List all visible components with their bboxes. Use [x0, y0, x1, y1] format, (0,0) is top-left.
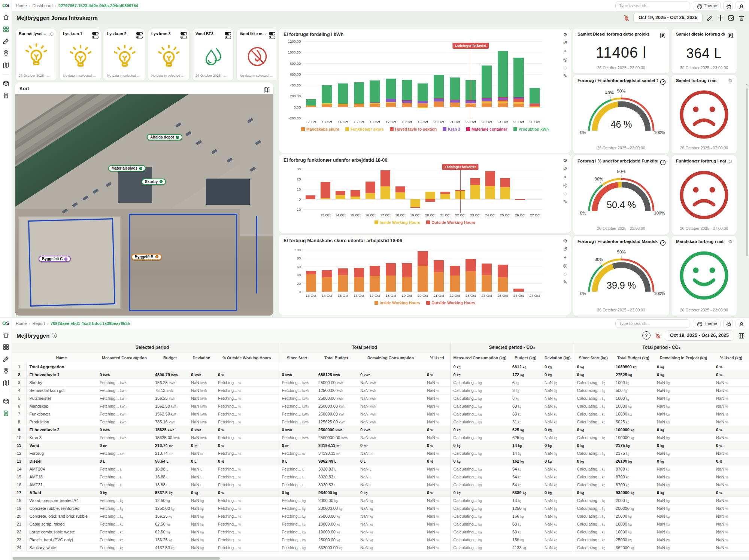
column-header[interactable]: Budget: [152, 353, 188, 363]
chart-tool-icon[interactable]: ↺: [563, 40, 567, 45]
table-row[interactable]: 1Total Aggregation0kg6812kg0kg0kg1089800…: [12, 363, 749, 371]
map-icon[interactable]: [2, 61, 9, 69]
notifications-off-icon[interactable]: [623, 14, 630, 21]
chart-tool-icon[interactable]: ✎: [563, 280, 567, 284]
account-button[interactable]: [736, 319, 745, 328]
toggle-switch-icon[interactable]: [136, 31, 143, 39]
column-header[interactable]: % Used: [424, 353, 450, 363]
column-header[interactable]: Since Start: [279, 353, 315, 363]
legend-item[interactable]: Materiale container: [466, 127, 507, 131]
add-widget-icon[interactable]: [717, 14, 724, 21]
location-pin-icon[interactable]: [2, 367, 9, 374]
legend-item[interactable]: Produktion kWh: [513, 127, 549, 131]
tile-vand-ikke-m-[interactable]: Vand ikke m...No data in selected ...: [237, 29, 278, 80]
tile-b-r-udelyset-[interactable]: Bør udelyset...☺26 October 2025 - ...: [16, 29, 57, 80]
info-icon[interactable]: i: [52, 333, 57, 338]
export-image-icon[interactable]: [727, 14, 734, 21]
toggle-switch-icon[interactable]: [269, 31, 275, 39]
map-label[interactable]: Byggefelt C: [39, 256, 71, 262]
legend-item[interactable]: Mandskabs skure: [301, 127, 339, 131]
brand-logo[interactable]: OS: [2, 3, 9, 8]
chart-tool-icon[interactable]: ✎: [563, 73, 567, 78]
chart-tool-icon[interactable]: ⚙: [563, 158, 567, 163]
report-icon[interactable]: [659, 32, 665, 38]
table-row[interactable]: 10Kran 3Fetching...kWh15625.00kWhNaNkWhF…: [12, 433, 749, 441]
theme-button[interactable]: Theme: [693, 1, 721, 10]
table-row[interactable]: 17Affald0kg5837.5kg0kg0%0kg934000kg0kg0%…: [12, 489, 749, 496]
column-header[interactable]: Remaining Consumption: [357, 353, 424, 363]
column-header[interactable]: Total Budget: [315, 353, 357, 363]
scrollbar-thumb[interactable]: [13, 557, 220, 560]
table-row[interactable]: 16AMT31Fetching...L18.88LNaNLFetching...…: [12, 481, 749, 489]
chart-tool-icon[interactable]: ◇: [563, 271, 567, 276]
box-add-icon[interactable]: [2, 80, 9, 87]
table-row[interactable]: 24Sanitary, whiteFetching...kg4137.50kgN…: [12, 544, 749, 551]
map-label[interactable]: Skurby: [142, 179, 166, 185]
brand-logo[interactable]: OS: [2, 320, 9, 326]
legend-item[interactable]: Funktionær skure: [345, 127, 384, 131]
help-button[interactable]: ?: [642, 331, 651, 340]
table-row[interactable]: 3SkurbyFetching...kWh156.25kWhNaNkWhFetc…: [12, 378, 749, 386]
table-row[interactable]: 5PutzmeisterFetching...kWh156.25kWhNaNkW…: [12, 394, 749, 402]
table-row[interactable]: 21Cable scrap, mixedFetching...kg62.50kg…: [12, 520, 749, 528]
table-row[interactable]: 9El hovedtavle 20kWh15625kWh0kWh0%0kWh25…: [12, 426, 749, 433]
horizontal-scrollbar[interactable]: [12, 557, 749, 560]
aerial-map[interactable]: Affalds depotMaterialepladsSkurbyByggefe…: [15, 94, 273, 316]
light-mode-button[interactable]: [723, 1, 733, 10]
column-header[interactable]: Measured Consumption (kg): [450, 353, 509, 363]
chart-tool-icon[interactable]: ↺: [563, 166, 567, 171]
delete-dashboard-icon[interactable]: [738, 14, 745, 21]
table-row[interactable]: 6MandskabFetching...kWh1562.50kWhNaNkWhF…: [12, 402, 749, 410]
column-header[interactable]: % Outside Working Hours: [215, 353, 279, 363]
box-add-icon[interactable]: [2, 398, 9, 405]
table-row[interactable]: 4Semimobil kran gulFetching...kWh78.13kW…: [12, 386, 749, 394]
chart-tool-icon[interactable]: ⚙: [563, 32, 567, 37]
map-label[interactable]: Materialeplads: [108, 165, 146, 171]
chart-tool-icon[interactable]: ◎: [563, 183, 567, 188]
table-row[interactable]: 15AMT18Fetching...L18.88LNaNLFetching...…: [12, 473, 749, 481]
table-row[interactable]: 13Diesel0L56.64L0L0%0L9062.49L0L0%0kg162…: [12, 457, 749, 465]
table-row[interactable]: 7FunktionærFetching...kWh1562.50kWhNaNkW…: [12, 410, 749, 418]
column-header[interactable]: Total Budget (kg): [613, 353, 654, 363]
report-icon[interactable]: [727, 32, 733, 38]
report-table[interactable]: Selected periodTotal periodSelected peri…: [12, 343, 749, 552]
scroll-up-arrow[interactable]: ▲: [746, 83, 748, 86]
column-header[interactable]: Measured Consumption: [97, 353, 152, 363]
table-row[interactable]: 11Vand0m³213.74m³0m³0%0m³34198.11m³0m³0%…: [12, 441, 749, 449]
search-input[interactable]: [615, 319, 690, 328]
chart-tool-icon[interactable]: ↺: [563, 247, 567, 252]
breadcrumb-dashboard[interactable]: Dashboard: [33, 3, 53, 8]
chart-tool-icon[interactable]: ◇: [563, 191, 567, 196]
column-header[interactable]: [12, 353, 26, 363]
tile-lys-kran-3[interactable]: Lys kran 3No data in selected ...: [148, 29, 189, 80]
chart-tool-icon[interactable]: ◇: [563, 65, 567, 70]
search-input[interactable]: [615, 1, 690, 10]
tile-vand-bf3[interactable]: Vand BF326 October 2025 - ...: [192, 29, 233, 80]
table-row[interactable]: 8ProduktionFetching...kWh785.16kWhNaNkWh…: [12, 418, 749, 426]
column-header[interactable]: Remaining in Project (kg): [654, 353, 713, 363]
home-icon[interactable]: [2, 331, 9, 338]
table-row[interactable]: 23Plastic, hard (PVC only)Fetching...kg1…: [12, 536, 749, 544]
chart-tool-icon[interactable]: ◎: [563, 57, 567, 62]
map-label[interactable]: Byggelft B: [131, 254, 162, 260]
light-mode-button[interactable]: [723, 319, 733, 328]
chart-tool-icon[interactable]: ◎: [563, 263, 567, 268]
table-row[interactable]: 2El hovedtavle 10kWh4300.79kWh0kWh0%0kWh…: [12, 371, 749, 378]
column-header[interactable]: % Used (kg): [713, 353, 749, 363]
notifications-off-icon[interactable]: [654, 332, 661, 339]
report-doc-icon[interactable]: [2, 92, 9, 99]
breadcrumb-id[interactable]: 7092daee-ebd1-4ca3-bdcc-fa39bea76535: [51, 321, 130, 326]
table-row[interactable]: 14AMT204Fetching...L18.88LNaNLFetching..…: [12, 465, 749, 473]
breadcrumb-home[interactable]: Home: [16, 3, 27, 8]
chart-tool-icon[interactable]: ✎: [563, 199, 567, 204]
chart-tool-icon[interactable]: ⚙: [563, 238, 567, 243]
tools-icon[interactable]: [2, 37, 9, 45]
vertical-scrollbar[interactable]: [746, 88, 748, 256]
tile-lys-kran-2[interactable]: Lys kran 2No data in selected ...: [104, 29, 145, 80]
column-header[interactable]: Name: [26, 353, 97, 363]
table-row[interactable]: 18Wood, pressure-treated A4Fetching...kg…: [12, 496, 749, 504]
table-layout-icon[interactable]: [738, 332, 745, 339]
toggle-switch-icon[interactable]: [92, 31, 98, 39]
legend-item[interactable]: Inside Working Hours: [374, 220, 420, 225]
map-expand-icon[interactable]: [263, 86, 270, 93]
